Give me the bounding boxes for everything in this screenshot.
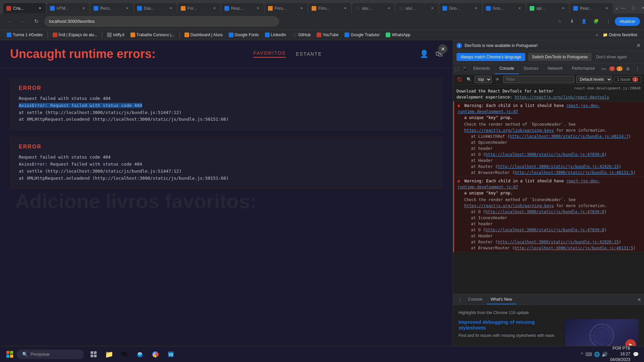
close-window-button[interactable]: ✕ — [639, 3, 644, 12]
tab-close-button[interactable]: ✕ — [473, 6, 479, 11]
profile-button[interactable]: 👤 — [579, 16, 589, 27]
minimize-button[interactable]: — — [619, 3, 628, 12]
tray-keyboard[interactable]: ⌨ — [585, 352, 592, 357]
nav-estante[interactable]: ESTANTE — [296, 51, 322, 57]
devtools-notification-close[interactable]: ✕ — [636, 42, 641, 49]
extension-button[interactable]: 🧩 — [591, 16, 601, 27]
tab-close-button[interactable]: ✕ — [37, 6, 43, 11]
bundle-link[interactable]: http://localhost:3000/static/js/bundle.j… — [485, 228, 604, 232]
console-context-select[interactable]: top — [475, 76, 492, 83]
new-tab-button[interactable]: ＋ — [614, 4, 619, 13]
bookmark-github[interactable]: GitHub — [289, 31, 313, 39]
tab-close-button[interactable]: ✕ — [430, 6, 435, 11]
tab-2[interactable]: HTM... ✕ — [46, 3, 90, 13]
bookmark-fonts[interactable]: Google Fonts — [226, 31, 262, 39]
bookmark-linkedin[interactable]: LinkedIn — [262, 31, 289, 39]
tab-close-button[interactable]: ✕ — [604, 6, 609, 11]
tab-close-button[interactable]: ✕ — [255, 6, 261, 11]
bookmark-youtube[interactable]: YouTube — [314, 31, 341, 39]
taskbar-vscode[interactable]: VS — [164, 347, 178, 361]
tray-clock[interactable]: POR PTB 16:27 04/09/2023 — [610, 346, 630, 362]
tab-12[interactable]: Goo... ✕ — [482, 3, 526, 13]
error-overlay-close-button[interactable]: ✕ — [438, 44, 447, 54]
tab-14[interactable]: Reac... ✕ — [570, 3, 613, 13]
bundle-link[interactable]: http://localhost:3000/static/js/bundle.j… — [497, 240, 619, 244]
tab-close-button[interactable]: ✕ — [386, 6, 391, 11]
user-icon[interactable]: 👤 — [420, 50, 429, 58]
download-button[interactable]: ⬇ — [567, 16, 577, 27]
tab-3[interactable]: Reco... ✕ — [90, 3, 133, 13]
bundle-link[interactable]: http://localhost:3000/static/js/bundle.j… — [497, 164, 619, 169]
tab-13[interactable]: api ... ✕ — [526, 3, 570, 13]
devtools-tab-sources[interactable]: Sources — [519, 63, 543, 74]
tab-close-button[interactable]: ✕ — [560, 6, 566, 11]
tab-10[interactable]: alur... ✕ — [395, 3, 439, 13]
always-match-language-button[interactable]: Always match Chrome's language — [457, 53, 525, 61]
console-level-select[interactable]: Default levels — [576, 76, 612, 83]
url-bar[interactable]: localhost:3000/favoritos — [44, 16, 279, 27]
tab-5[interactable]: For... ✕ — [177, 3, 221, 13]
console-issues-button[interactable]: 1 Issue: 1 — [614, 76, 641, 83]
tab-11[interactable]: Goo... ✕ — [439, 3, 482, 13]
devtools-settings-button[interactable]: ⚙ — [624, 65, 632, 73]
tab-close-button[interactable]: ✕ — [168, 6, 173, 11]
bookmark-ima[interactable]: Ímã | Espaço do alu... — [50, 31, 100, 39]
tray-chevron[interactable]: ^ — [581, 352, 583, 357]
bookmark-star-button[interactable]: ☆ — [554, 16, 565, 27]
console-filter-input[interactable] — [503, 76, 574, 83]
bookmark-tradutor[interactable]: Google Tradutor — [342, 31, 382, 39]
bookmark-txtify[interactable]: txtify.it — [104, 31, 127, 39]
react-devtools-link[interactable]: https://reactjs.org/link/react-devtools — [515, 95, 609, 100]
tab-8[interactable]: Fóru... ✕ — [308, 3, 352, 13]
bundle-link[interactable]: http://localhost:3000/static/js/bundle.j… — [510, 134, 629, 139]
bookmark-dashboard[interactable]: Dashboard | Alura — [182, 31, 225, 39]
tab-close-button[interactable]: ✕ — [517, 6, 522, 11]
tab-7[interactable]: Fóru... ✕ — [264, 3, 308, 13]
dont-show-again-button[interactable]: Don't show again — [594, 53, 629, 61]
devtools-more-button[interactable]: ⋮ — [633, 65, 641, 73]
console-output[interactable]: react-dom.development.js:29840 Download … — [453, 85, 644, 294]
tab-close-button[interactable]: ✕ — [124, 6, 130, 11]
maximize-button[interactable]: □ — [629, 3, 638, 12]
bookmark-trabalhe[interactable]: Trabalhe Conosco |... — [128, 31, 177, 39]
bundle-link[interactable]: http://localhost:3000/static/js/bundle.j… — [485, 209, 604, 214]
nav-favoritos[interactable]: FAVORITOS — [253, 50, 286, 58]
switch-to-portuguese-button[interactable]: Switch DevTools to Portuguese — [528, 53, 592, 61]
taskbar-chrome[interactable] — [148, 347, 162, 361]
back-button[interactable]: ← — [4, 16, 15, 27]
devtools-bottom-tab-whats-new[interactable]: What's New — [487, 295, 516, 304]
tab-4[interactable]: Das... ✕ — [133, 3, 177, 13]
devtools-inspect-button[interactable]: ⬚ — [453, 65, 461, 73]
taskbar-task-view[interactable] — [87, 347, 101, 361]
warning-keys-link[interactable]: https://reactjs.org/link/warning-keys — [464, 128, 554, 133]
warning-keys-link[interactable]: https://reactjs.org/link/warning-keys — [464, 203, 554, 208]
tab-close-button[interactable]: ✕ — [81, 6, 86, 11]
start-button[interactable] — [3, 347, 17, 361]
update-button[interactable]: Atualizar — [615, 17, 640, 26]
tray-network[interactable]: 🌐 — [594, 352, 600, 357]
console-eye-button[interactable]: 👁 — [494, 76, 501, 83]
taskbar-search-box[interactable]: 🔍 Pesquisar — [17, 350, 84, 359]
settings-button[interactable]: ⋮ — [603, 16, 613, 27]
bookmark-whatsapp[interactable]: WhatsApp — [383, 31, 413, 39]
forward-button[interactable]: → — [17, 16, 28, 27]
devtools-device-button[interactable]: 📱 — [461, 65, 469, 73]
devtools-tab-performance[interactable]: Performance — [567, 63, 600, 74]
tab-close-button[interactable]: ✕ — [342, 6, 348, 11]
tab-active[interactable]: Cria... ✕ — [3, 3, 46, 13]
taskbar-edge[interactable] — [133, 347, 147, 361]
tab-close-button[interactable]: ✕ — [212, 6, 217, 11]
bookmark-godev[interactable]: Turma 1 #Godev — [4, 31, 46, 39]
reload-button[interactable]: ↻ — [31, 16, 42, 27]
taskbar-file-explorer[interactable]: 📁 — [102, 347, 116, 361]
taskbar-store[interactable]: 🛍 — [117, 347, 131, 361]
devtools-tab-elements[interactable]: Elements — [469, 63, 495, 74]
bookmarks-overflow-button[interactable]: » — [594, 31, 599, 39]
tab-6[interactable]: Reac... ✕ — [221, 3, 264, 13]
tray-notifications[interactable]: 💬 — [633, 352, 639, 357]
devtools-bottom-menu-button[interactable]: ⋮ — [456, 296, 464, 304]
tray-volume[interactable]: 🔊 — [602, 352, 607, 357]
devtools-more-tabs-button[interactable]: >> — [600, 65, 608, 73]
bundle-link[interactable]: http://localhost:3000/static/js/bundle.j… — [485, 152, 604, 157]
devtools-tab-network[interactable]: Network — [543, 63, 567, 74]
